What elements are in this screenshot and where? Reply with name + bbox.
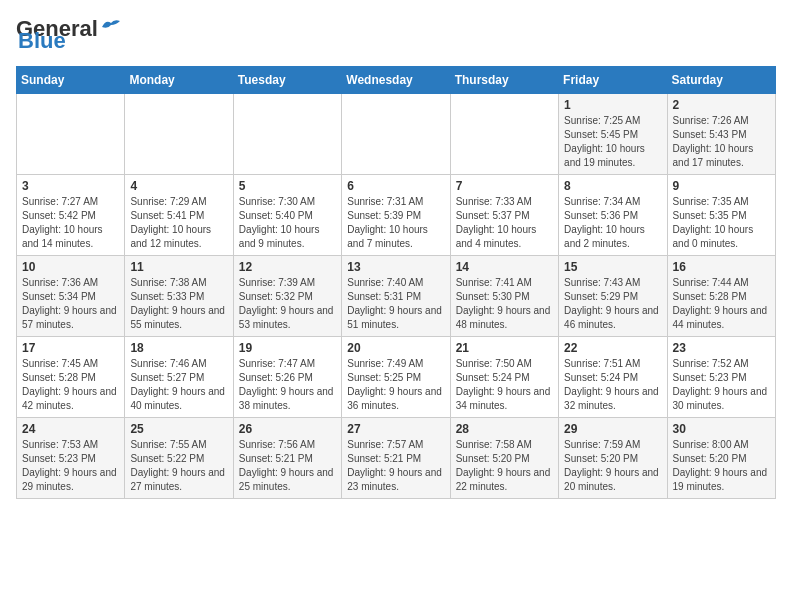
calendar-cell: 18Sunrise: 7:46 AM Sunset: 5:27 PM Dayli… bbox=[125, 337, 233, 418]
day-number: 3 bbox=[22, 179, 119, 193]
page-header: General Blue bbox=[16, 16, 776, 54]
day-number: 28 bbox=[456, 422, 553, 436]
weekday-header: Sunday bbox=[17, 67, 125, 94]
calendar-cell: 14Sunrise: 7:41 AM Sunset: 5:30 PM Dayli… bbox=[450, 256, 558, 337]
day-number: 19 bbox=[239, 341, 336, 355]
day-info: Sunrise: 7:40 AM Sunset: 5:31 PM Dayligh… bbox=[347, 276, 444, 332]
calendar-week-row: 3Sunrise: 7:27 AM Sunset: 5:42 PM Daylig… bbox=[17, 175, 776, 256]
calendar-cell: 20Sunrise: 7:49 AM Sunset: 5:25 PM Dayli… bbox=[342, 337, 450, 418]
day-info: Sunrise: 7:55 AM Sunset: 5:22 PM Dayligh… bbox=[130, 438, 227, 494]
weekday-header: Friday bbox=[559, 67, 667, 94]
day-number: 13 bbox=[347, 260, 444, 274]
day-info: Sunrise: 7:56 AM Sunset: 5:21 PM Dayligh… bbox=[239, 438, 336, 494]
calendar-cell: 5Sunrise: 7:30 AM Sunset: 5:40 PM Daylig… bbox=[233, 175, 341, 256]
day-info: Sunrise: 7:33 AM Sunset: 5:37 PM Dayligh… bbox=[456, 195, 553, 251]
day-info: Sunrise: 7:26 AM Sunset: 5:43 PM Dayligh… bbox=[673, 114, 770, 170]
day-number: 11 bbox=[130, 260, 227, 274]
calendar-cell: 15Sunrise: 7:43 AM Sunset: 5:29 PM Dayli… bbox=[559, 256, 667, 337]
calendar-table: SundayMondayTuesdayWednesdayThursdayFrid… bbox=[16, 66, 776, 499]
day-number: 29 bbox=[564, 422, 661, 436]
calendar-cell: 8Sunrise: 7:34 AM Sunset: 5:36 PM Daylig… bbox=[559, 175, 667, 256]
logo-bird-icon bbox=[100, 17, 122, 33]
day-number: 20 bbox=[347, 341, 444, 355]
calendar-cell: 12Sunrise: 7:39 AM Sunset: 5:32 PM Dayli… bbox=[233, 256, 341, 337]
calendar-cell: 3Sunrise: 7:27 AM Sunset: 5:42 PM Daylig… bbox=[17, 175, 125, 256]
calendar-cell: 21Sunrise: 7:50 AM Sunset: 5:24 PM Dayli… bbox=[450, 337, 558, 418]
calendar-cell: 24Sunrise: 7:53 AM Sunset: 5:23 PM Dayli… bbox=[17, 418, 125, 499]
day-number: 22 bbox=[564, 341, 661, 355]
day-number: 21 bbox=[456, 341, 553, 355]
day-number: 27 bbox=[347, 422, 444, 436]
calendar-cell bbox=[233, 94, 341, 175]
day-info: Sunrise: 7:58 AM Sunset: 5:20 PM Dayligh… bbox=[456, 438, 553, 494]
day-number: 4 bbox=[130, 179, 227, 193]
calendar-cell: 2Sunrise: 7:26 AM Sunset: 5:43 PM Daylig… bbox=[667, 94, 775, 175]
day-info: Sunrise: 7:39 AM Sunset: 5:32 PM Dayligh… bbox=[239, 276, 336, 332]
calendar-cell bbox=[450, 94, 558, 175]
day-info: Sunrise: 7:27 AM Sunset: 5:42 PM Dayligh… bbox=[22, 195, 119, 251]
day-number: 24 bbox=[22, 422, 119, 436]
day-number: 10 bbox=[22, 260, 119, 274]
calendar-cell: 11Sunrise: 7:38 AM Sunset: 5:33 PM Dayli… bbox=[125, 256, 233, 337]
day-number: 14 bbox=[456, 260, 553, 274]
day-number: 12 bbox=[239, 260, 336, 274]
calendar-cell: 9Sunrise: 7:35 AM Sunset: 5:35 PM Daylig… bbox=[667, 175, 775, 256]
day-info: Sunrise: 7:38 AM Sunset: 5:33 PM Dayligh… bbox=[130, 276, 227, 332]
calendar-cell: 17Sunrise: 7:45 AM Sunset: 5:28 PM Dayli… bbox=[17, 337, 125, 418]
calendar-cell: 29Sunrise: 7:59 AM Sunset: 5:20 PM Dayli… bbox=[559, 418, 667, 499]
day-number: 30 bbox=[673, 422, 770, 436]
weekday-header: Thursday bbox=[450, 67, 558, 94]
day-info: Sunrise: 7:30 AM Sunset: 5:40 PM Dayligh… bbox=[239, 195, 336, 251]
calendar-week-row: 1Sunrise: 7:25 AM Sunset: 5:45 PM Daylig… bbox=[17, 94, 776, 175]
day-info: Sunrise: 7:29 AM Sunset: 5:41 PM Dayligh… bbox=[130, 195, 227, 251]
day-number: 9 bbox=[673, 179, 770, 193]
day-number: 16 bbox=[673, 260, 770, 274]
calendar-cell: 1Sunrise: 7:25 AM Sunset: 5:45 PM Daylig… bbox=[559, 94, 667, 175]
day-info: Sunrise: 7:41 AM Sunset: 5:30 PM Dayligh… bbox=[456, 276, 553, 332]
day-info: Sunrise: 7:51 AM Sunset: 5:24 PM Dayligh… bbox=[564, 357, 661, 413]
day-info: Sunrise: 7:53 AM Sunset: 5:23 PM Dayligh… bbox=[22, 438, 119, 494]
day-info: Sunrise: 7:59 AM Sunset: 5:20 PM Dayligh… bbox=[564, 438, 661, 494]
calendar-cell: 26Sunrise: 7:56 AM Sunset: 5:21 PM Dayli… bbox=[233, 418, 341, 499]
day-number: 26 bbox=[239, 422, 336, 436]
day-info: Sunrise: 8:00 AM Sunset: 5:20 PM Dayligh… bbox=[673, 438, 770, 494]
day-info: Sunrise: 7:43 AM Sunset: 5:29 PM Dayligh… bbox=[564, 276, 661, 332]
calendar-header-row: SundayMondayTuesdayWednesdayThursdayFrid… bbox=[17, 67, 776, 94]
logo-blue: Blue bbox=[18, 28, 66, 54]
calendar-week-row: 10Sunrise: 7:36 AM Sunset: 5:34 PM Dayli… bbox=[17, 256, 776, 337]
calendar-week-row: 24Sunrise: 7:53 AM Sunset: 5:23 PM Dayli… bbox=[17, 418, 776, 499]
day-info: Sunrise: 7:46 AM Sunset: 5:27 PM Dayligh… bbox=[130, 357, 227, 413]
day-number: 6 bbox=[347, 179, 444, 193]
calendar-week-row: 17Sunrise: 7:45 AM Sunset: 5:28 PM Dayli… bbox=[17, 337, 776, 418]
day-number: 1 bbox=[564, 98, 661, 112]
day-number: 23 bbox=[673, 341, 770, 355]
weekday-header: Wednesday bbox=[342, 67, 450, 94]
calendar-cell: 10Sunrise: 7:36 AM Sunset: 5:34 PM Dayli… bbox=[17, 256, 125, 337]
calendar-cell: 28Sunrise: 7:58 AM Sunset: 5:20 PM Dayli… bbox=[450, 418, 558, 499]
logo: General Blue bbox=[16, 16, 122, 54]
day-info: Sunrise: 7:36 AM Sunset: 5:34 PM Dayligh… bbox=[22, 276, 119, 332]
calendar-cell bbox=[342, 94, 450, 175]
day-info: Sunrise: 7:47 AM Sunset: 5:26 PM Dayligh… bbox=[239, 357, 336, 413]
calendar-cell: 30Sunrise: 8:00 AM Sunset: 5:20 PM Dayli… bbox=[667, 418, 775, 499]
calendar-body: 1Sunrise: 7:25 AM Sunset: 5:45 PM Daylig… bbox=[17, 94, 776, 499]
day-number: 8 bbox=[564, 179, 661, 193]
calendar-cell: 6Sunrise: 7:31 AM Sunset: 5:39 PM Daylig… bbox=[342, 175, 450, 256]
calendar-cell bbox=[125, 94, 233, 175]
weekday-header: Saturday bbox=[667, 67, 775, 94]
day-number: 15 bbox=[564, 260, 661, 274]
calendar-cell: 7Sunrise: 7:33 AM Sunset: 5:37 PM Daylig… bbox=[450, 175, 558, 256]
calendar-cell: 23Sunrise: 7:52 AM Sunset: 5:23 PM Dayli… bbox=[667, 337, 775, 418]
day-info: Sunrise: 7:57 AM Sunset: 5:21 PM Dayligh… bbox=[347, 438, 444, 494]
day-info: Sunrise: 7:44 AM Sunset: 5:28 PM Dayligh… bbox=[673, 276, 770, 332]
calendar-cell bbox=[17, 94, 125, 175]
weekday-header: Monday bbox=[125, 67, 233, 94]
day-info: Sunrise: 7:34 AM Sunset: 5:36 PM Dayligh… bbox=[564, 195, 661, 251]
day-info: Sunrise: 7:52 AM Sunset: 5:23 PM Dayligh… bbox=[673, 357, 770, 413]
day-info: Sunrise: 7:25 AM Sunset: 5:45 PM Dayligh… bbox=[564, 114, 661, 170]
day-info: Sunrise: 7:49 AM Sunset: 5:25 PM Dayligh… bbox=[347, 357, 444, 413]
calendar-cell: 4Sunrise: 7:29 AM Sunset: 5:41 PM Daylig… bbox=[125, 175, 233, 256]
day-number: 5 bbox=[239, 179, 336, 193]
day-info: Sunrise: 7:50 AM Sunset: 5:24 PM Dayligh… bbox=[456, 357, 553, 413]
calendar-cell: 22Sunrise: 7:51 AM Sunset: 5:24 PM Dayli… bbox=[559, 337, 667, 418]
